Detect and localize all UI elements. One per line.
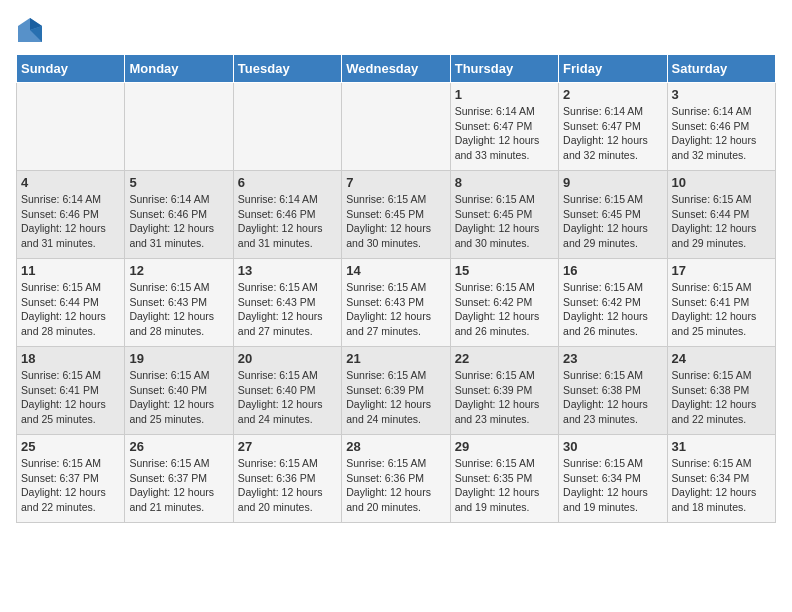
day-cell: 24Sunrise: 6:15 AM Sunset: 6:38 PM Dayli… <box>667 347 775 435</box>
day-number: 16 <box>563 263 662 278</box>
day-number: 31 <box>672 439 771 454</box>
day-cell: 27Sunrise: 6:15 AM Sunset: 6:36 PM Dayli… <box>233 435 341 523</box>
day-info: Sunrise: 6:15 AM Sunset: 6:45 PM Dayligh… <box>563 192 662 251</box>
day-cell: 20Sunrise: 6:15 AM Sunset: 6:40 PM Dayli… <box>233 347 341 435</box>
day-info: Sunrise: 6:15 AM Sunset: 6:40 PM Dayligh… <box>129 368 228 427</box>
day-info: Sunrise: 6:14 AM Sunset: 6:46 PM Dayligh… <box>672 104 771 163</box>
day-number: 22 <box>455 351 554 366</box>
day-number: 12 <box>129 263 228 278</box>
day-info: Sunrise: 6:15 AM Sunset: 6:45 PM Dayligh… <box>455 192 554 251</box>
day-number: 17 <box>672 263 771 278</box>
week-row-1: 1Sunrise: 6:14 AM Sunset: 6:47 PM Daylig… <box>17 83 776 171</box>
day-number: 15 <box>455 263 554 278</box>
day-info: Sunrise: 6:15 AM Sunset: 6:35 PM Dayligh… <box>455 456 554 515</box>
day-cell: 17Sunrise: 6:15 AM Sunset: 6:41 PM Dayli… <box>667 259 775 347</box>
col-header-friday: Friday <box>559 55 667 83</box>
day-info: Sunrise: 6:15 AM Sunset: 6:41 PM Dayligh… <box>672 280 771 339</box>
day-number: 23 <box>563 351 662 366</box>
col-header-monday: Monday <box>125 55 233 83</box>
day-number: 4 <box>21 175 120 190</box>
day-number: 28 <box>346 439 445 454</box>
week-row-3: 11Sunrise: 6:15 AM Sunset: 6:44 PM Dayli… <box>17 259 776 347</box>
day-cell: 12Sunrise: 6:15 AM Sunset: 6:43 PM Dayli… <box>125 259 233 347</box>
day-number: 8 <box>455 175 554 190</box>
day-cell: 30Sunrise: 6:15 AM Sunset: 6:34 PM Dayli… <box>559 435 667 523</box>
day-info: Sunrise: 6:15 AM Sunset: 6:42 PM Dayligh… <box>563 280 662 339</box>
week-row-2: 4Sunrise: 6:14 AM Sunset: 6:46 PM Daylig… <box>17 171 776 259</box>
week-row-4: 18Sunrise: 6:15 AM Sunset: 6:41 PM Dayli… <box>17 347 776 435</box>
day-cell: 14Sunrise: 6:15 AM Sunset: 6:43 PM Dayli… <box>342 259 450 347</box>
day-cell: 28Sunrise: 6:15 AM Sunset: 6:36 PM Dayli… <box>342 435 450 523</box>
day-info: Sunrise: 6:14 AM Sunset: 6:46 PM Dayligh… <box>21 192 120 251</box>
day-info: Sunrise: 6:15 AM Sunset: 6:34 PM Dayligh… <box>563 456 662 515</box>
day-cell: 1Sunrise: 6:14 AM Sunset: 6:47 PM Daylig… <box>450 83 558 171</box>
day-info: Sunrise: 6:15 AM Sunset: 6:38 PM Dayligh… <box>563 368 662 427</box>
col-header-sunday: Sunday <box>17 55 125 83</box>
day-info: Sunrise: 6:15 AM Sunset: 6:37 PM Dayligh… <box>21 456 120 515</box>
day-cell: 16Sunrise: 6:15 AM Sunset: 6:42 PM Dayli… <box>559 259 667 347</box>
day-cell: 5Sunrise: 6:14 AM Sunset: 6:46 PM Daylig… <box>125 171 233 259</box>
day-number: 7 <box>346 175 445 190</box>
day-cell: 26Sunrise: 6:15 AM Sunset: 6:37 PM Dayli… <box>125 435 233 523</box>
day-info: Sunrise: 6:15 AM Sunset: 6:44 PM Dayligh… <box>21 280 120 339</box>
day-cell: 4Sunrise: 6:14 AM Sunset: 6:46 PM Daylig… <box>17 171 125 259</box>
day-info: Sunrise: 6:15 AM Sunset: 6:38 PM Dayligh… <box>672 368 771 427</box>
day-cell <box>233 83 341 171</box>
day-number: 5 <box>129 175 228 190</box>
day-number: 21 <box>346 351 445 366</box>
day-cell <box>342 83 450 171</box>
day-number: 27 <box>238 439 337 454</box>
day-cell: 21Sunrise: 6:15 AM Sunset: 6:39 PM Dayli… <box>342 347 450 435</box>
day-cell: 29Sunrise: 6:15 AM Sunset: 6:35 PM Dayli… <box>450 435 558 523</box>
day-number: 20 <box>238 351 337 366</box>
day-info: Sunrise: 6:15 AM Sunset: 6:42 PM Dayligh… <box>455 280 554 339</box>
day-info: Sunrise: 6:15 AM Sunset: 6:41 PM Dayligh… <box>21 368 120 427</box>
col-header-saturday: Saturday <box>667 55 775 83</box>
logo <box>16 16 48 44</box>
day-info: Sunrise: 6:14 AM Sunset: 6:46 PM Dayligh… <box>238 192 337 251</box>
day-info: Sunrise: 6:15 AM Sunset: 6:34 PM Dayligh… <box>672 456 771 515</box>
day-number: 13 <box>238 263 337 278</box>
day-info: Sunrise: 6:15 AM Sunset: 6:37 PM Dayligh… <box>129 456 228 515</box>
header <box>16 16 776 44</box>
day-number: 6 <box>238 175 337 190</box>
day-number: 14 <box>346 263 445 278</box>
day-cell: 18Sunrise: 6:15 AM Sunset: 6:41 PM Dayli… <box>17 347 125 435</box>
day-cell <box>125 83 233 171</box>
day-cell: 9Sunrise: 6:15 AM Sunset: 6:45 PM Daylig… <box>559 171 667 259</box>
day-number: 1 <box>455 87 554 102</box>
col-header-tuesday: Tuesday <box>233 55 341 83</box>
day-info: Sunrise: 6:15 AM Sunset: 6:43 PM Dayligh… <box>238 280 337 339</box>
calendar-table: SundayMondayTuesdayWednesdayThursdayFrid… <box>16 54 776 523</box>
day-info: Sunrise: 6:15 AM Sunset: 6:36 PM Dayligh… <box>238 456 337 515</box>
day-number: 24 <box>672 351 771 366</box>
logo-icon <box>16 16 44 44</box>
col-header-wednesday: Wednesday <box>342 55 450 83</box>
day-info: Sunrise: 6:15 AM Sunset: 6:43 PM Dayligh… <box>346 280 445 339</box>
day-number: 25 <box>21 439 120 454</box>
day-info: Sunrise: 6:15 AM Sunset: 6:43 PM Dayligh… <box>129 280 228 339</box>
header-row: SundayMondayTuesdayWednesdayThursdayFrid… <box>17 55 776 83</box>
day-number: 10 <box>672 175 771 190</box>
day-number: 30 <box>563 439 662 454</box>
day-number: 26 <box>129 439 228 454</box>
day-info: Sunrise: 6:15 AM Sunset: 6:39 PM Dayligh… <box>455 368 554 427</box>
day-number: 9 <box>563 175 662 190</box>
day-info: Sunrise: 6:14 AM Sunset: 6:47 PM Dayligh… <box>455 104 554 163</box>
day-info: Sunrise: 6:14 AM Sunset: 6:47 PM Dayligh… <box>563 104 662 163</box>
day-number: 3 <box>672 87 771 102</box>
week-row-5: 25Sunrise: 6:15 AM Sunset: 6:37 PM Dayli… <box>17 435 776 523</box>
day-info: Sunrise: 6:15 AM Sunset: 6:44 PM Dayligh… <box>672 192 771 251</box>
day-cell: 25Sunrise: 6:15 AM Sunset: 6:37 PM Dayli… <box>17 435 125 523</box>
day-cell: 6Sunrise: 6:14 AM Sunset: 6:46 PM Daylig… <box>233 171 341 259</box>
day-info: Sunrise: 6:15 AM Sunset: 6:40 PM Dayligh… <box>238 368 337 427</box>
col-header-thursday: Thursday <box>450 55 558 83</box>
day-cell: 7Sunrise: 6:15 AM Sunset: 6:45 PM Daylig… <box>342 171 450 259</box>
day-cell: 19Sunrise: 6:15 AM Sunset: 6:40 PM Dayli… <box>125 347 233 435</box>
day-cell: 3Sunrise: 6:14 AM Sunset: 6:46 PM Daylig… <box>667 83 775 171</box>
day-info: Sunrise: 6:15 AM Sunset: 6:45 PM Dayligh… <box>346 192 445 251</box>
day-cell: 31Sunrise: 6:15 AM Sunset: 6:34 PM Dayli… <box>667 435 775 523</box>
day-cell: 10Sunrise: 6:15 AM Sunset: 6:44 PM Dayli… <box>667 171 775 259</box>
day-cell <box>17 83 125 171</box>
day-info: Sunrise: 6:15 AM Sunset: 6:36 PM Dayligh… <box>346 456 445 515</box>
